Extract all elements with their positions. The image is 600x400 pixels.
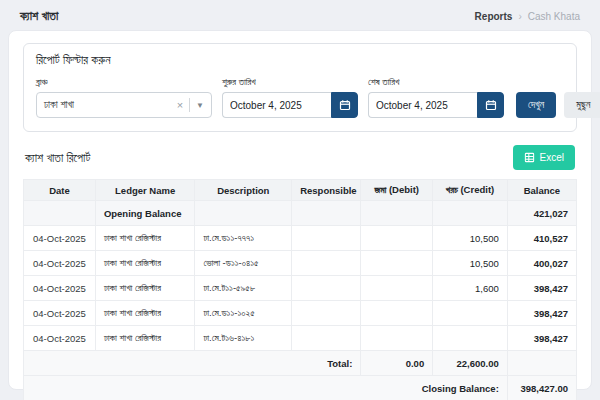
calendar-icon xyxy=(339,99,351,111)
view-button[interactable]: দেখুন xyxy=(516,92,556,118)
total-debit: 0.00 xyxy=(361,351,433,376)
start-date-calendar-button[interactable] xyxy=(331,92,358,118)
clear-button[interactable]: মুছুন xyxy=(564,92,600,118)
cell-ledger: ঢাকা শাখা রেজিস্টার xyxy=(95,226,195,251)
cell-credit xyxy=(433,201,508,226)
table-header-row: Date Ledger Name Description Responsible… xyxy=(24,180,577,201)
cell-description xyxy=(195,201,292,226)
cell-ledger: ঢাকা শাখা রেজিস্টার xyxy=(95,251,195,276)
opening-balance-label: Opening Balance xyxy=(95,201,195,226)
end-date-calendar-button[interactable] xyxy=(477,92,504,118)
cell-date: 04-Oct-2025 xyxy=(24,226,96,251)
page-title: ক্যাশ খাতা xyxy=(20,9,58,23)
calendar-icon xyxy=(485,99,497,111)
cell-debit xyxy=(361,326,433,351)
cell-ledger: ঢাকা শাখা রেজিস্টার xyxy=(95,326,195,351)
col-header-responsible: Responsible xyxy=(292,180,361,201)
chevron-right-icon: › xyxy=(518,11,521,22)
cell-date: 04-Oct-2025 xyxy=(24,251,96,276)
end-date-group xyxy=(368,92,504,118)
col-header-debit: জমা (Debit) xyxy=(361,180,433,201)
total-row: Total: 0.00 22,600.00 xyxy=(24,351,577,376)
cell-debit xyxy=(361,276,433,301)
col-header-description: Description xyxy=(195,180,292,201)
col-header-ledger-name: Ledger Name xyxy=(95,180,195,201)
content-card: রিপোর্ট ফিল্টার করুন ব্রাঞ্চ ঢাকা শাখা ×… xyxy=(8,30,592,390)
branch-label: ব্রাঞ্চ xyxy=(36,76,212,88)
total-label: Total: xyxy=(24,351,361,376)
cell-date: 04-Oct-2025 xyxy=(24,276,96,301)
breadcrumb-current: Cash Khata xyxy=(528,11,580,22)
filter-actions: দেখুন মুছুন xyxy=(516,92,600,118)
table-row: 04-Oct-2025ঢাকা শাখা রেজিস্টারঢা.মে.ড১১-… xyxy=(24,301,577,326)
table-row: 04-Oct-2025ঢাকা শাখা রেজিস্টারঢা.মে.ড১১-… xyxy=(24,226,577,251)
excel-export-button[interactable]: Excel xyxy=(513,145,575,170)
cell-credit: 10,500 xyxy=(433,226,508,251)
cell-date xyxy=(24,201,96,226)
excel-button-label: Excel xyxy=(540,152,564,163)
table-row: 04-Oct-2025ঢাকা শাখা রেজিস্টারঢা.মে.ট১১-… xyxy=(24,276,577,301)
cell-responsible xyxy=(292,251,361,276)
spreadsheet-icon xyxy=(524,152,535,163)
cell-credit: 10,500 xyxy=(433,251,508,276)
cell-date: 04-Oct-2025 xyxy=(24,326,96,351)
report-filter-panel: রিপোর্ট ফিল্টার করুন ব্রাঞ্চ ঢাকা শাখা ×… xyxy=(23,43,577,132)
breadcrumb: Reports › Cash Khata xyxy=(475,11,580,22)
cell-debit xyxy=(361,226,433,251)
filter-panel-title: রিপোর্ট ফিল্টার করুন xyxy=(36,53,564,67)
cell-responsible xyxy=(292,276,361,301)
cell-description: ঢা.মে.ড১১-১০২৫ xyxy=(195,301,292,326)
branch-selected-value: ঢাকা শাখা xyxy=(44,99,171,111)
report-title: ক্যাশ খাতা রিপোর্ট xyxy=(25,151,90,165)
cell-description: ঢা.মে.ট১৬-৪১৮১ xyxy=(195,326,292,351)
branch-field: ব্রাঞ্চ ঢাকা শাখা × ▼ xyxy=(36,76,212,118)
col-header-credit: খরচ (Credit) xyxy=(433,180,508,201)
total-balance xyxy=(507,351,576,376)
breadcrumb-reports[interactable]: Reports xyxy=(475,11,513,22)
cell-responsible xyxy=(292,301,361,326)
closing-balance-row: Closing Balance: 398,427.00 xyxy=(24,376,577,400)
branch-select[interactable]: ঢাকা শাখা × ▼ xyxy=(36,92,212,118)
cell-balance: 400,027 xyxy=(507,251,576,276)
cell-date: 04-Oct-2025 xyxy=(24,301,96,326)
cell-description: ঢা.মে.ট১১-৫৯৫৮ xyxy=(195,276,292,301)
cell-balance: 398,427 xyxy=(507,301,576,326)
table-row: 04-Oct-2025ঢাকা শাখা রেজিস্টারভোলা -ড১১-… xyxy=(24,251,577,276)
closing-balance-value: 398,427.00 xyxy=(507,376,576,400)
cash-khata-table: Date Ledger Name Description Responsible… xyxy=(23,179,577,400)
cell-credit xyxy=(433,301,508,326)
table-row: 04-Oct-2025ঢাকা শাখা রেজিস্টারঢা.মে.ট১৬-… xyxy=(24,326,577,351)
cell-balance: 398,427 xyxy=(507,326,576,351)
closing-balance-label: Closing Balance: xyxy=(24,376,508,400)
end-date-input[interactable] xyxy=(368,92,477,118)
opening-balance-value: 421,027 xyxy=(507,201,576,226)
end-date-field: শেষ তারিখ xyxy=(368,76,504,118)
cell-credit xyxy=(433,326,508,351)
opening-balance-row: Opening Balance 421,027 xyxy=(24,201,577,226)
clear-selection-icon[interactable]: × xyxy=(171,99,189,111)
end-date-label: শেষ তারিখ xyxy=(368,76,504,88)
cell-description: ভোলা -ড১১-০৪১৫ xyxy=(195,251,292,276)
cell-debit xyxy=(361,251,433,276)
start-date-group xyxy=(222,92,358,118)
start-date-input[interactable] xyxy=(222,92,331,118)
cell-ledger: ঢাকা শাখা রেজিস্টার xyxy=(95,301,195,326)
chevron-down-icon[interactable]: ▼ xyxy=(190,101,204,110)
cell-credit: 1,600 xyxy=(433,276,508,301)
cell-responsible xyxy=(292,226,361,251)
cell-ledger: ঢাকা শাখা রেজিস্টার xyxy=(95,276,195,301)
cell-responsible xyxy=(292,326,361,351)
report-section-header: ক্যাশ খাতা রিপোর্ট Excel xyxy=(25,145,575,170)
start-date-field: শুরুর তারিখ xyxy=(222,76,358,118)
cell-balance: 410,527 xyxy=(507,226,576,251)
cell-debit xyxy=(361,201,433,226)
start-date-label: শুরুর তারিখ xyxy=(222,76,358,88)
cell-debit xyxy=(361,301,433,326)
cell-responsible xyxy=(292,201,361,226)
cell-balance: 398,427 xyxy=(507,276,576,301)
filter-controls-row: ব্রাঞ্চ ঢাকা শাখা × ▼ শুরুর তারিখ xyxy=(36,76,564,118)
top-bar: ক্যাশ খাতা Reports › Cash Khata xyxy=(0,0,600,28)
col-header-balance: Balance xyxy=(507,180,576,201)
cell-description: ঢা.মে.ড১১-৭৭৭১ xyxy=(195,226,292,251)
col-header-date: Date xyxy=(24,180,96,201)
